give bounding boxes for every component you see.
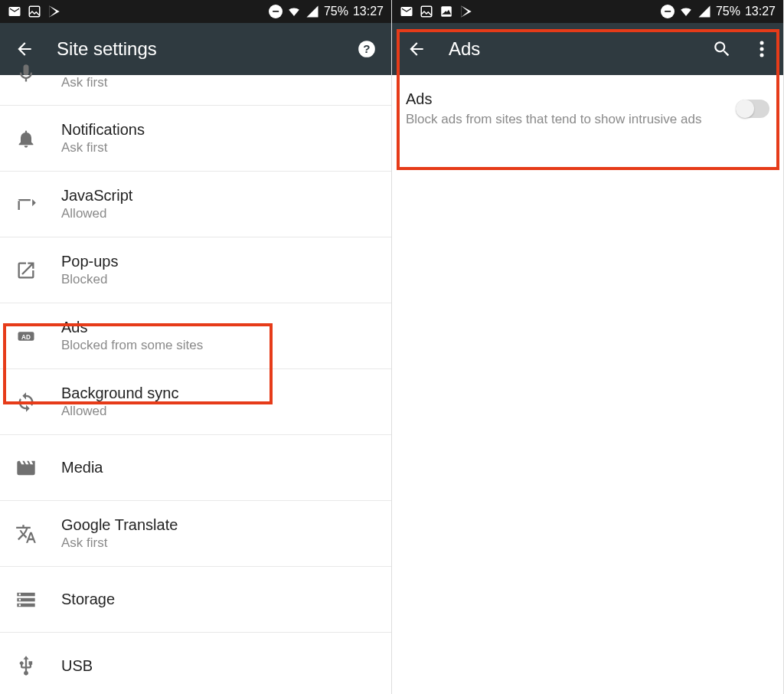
setting-item-background-sync[interactable]: Background sync Allowed (0, 369, 391, 435)
setting-label: Media (61, 459, 103, 476)
picture-icon (439, 5, 453, 18)
status-bar: − 75% 13:27 (0, 0, 391, 23)
clock-text: 13:27 (353, 5, 384, 18)
ads-detail-sub: Block ads from sites that tend to show i… (406, 111, 701, 129)
ads-icon: AD (15, 326, 37, 347)
mic-icon (15, 63, 37, 84)
setting-sub: Blocked (61, 272, 119, 287)
signal-icon (697, 5, 711, 18)
status-icons-right: − 75% 13:27 (661, 5, 776, 18)
svg-rect-0 (29, 6, 40, 17)
setting-sub: Ask first (61, 535, 178, 551)
svg-rect-5 (421, 6, 432, 17)
wifi-icon (287, 5, 301, 18)
status-bar: − 75% 13:27 (392, 0, 783, 23)
media-icon (15, 457, 37, 479)
javascript-icon (15, 194, 37, 215)
app-bar-right: Ads (392, 23, 783, 75)
popup-icon (15, 260, 37, 281)
svg-point-7 (760, 41, 764, 45)
ads-detail-row[interactable]: Ads Block ads from sites that tend to sh… (392, 75, 783, 144)
setting-sub: Blocked from some sites (61, 338, 203, 353)
storage-icon (15, 589, 37, 611)
play-store-icon (47, 5, 61, 18)
setting-sub: Ask first (61, 75, 107, 90)
toggle-knob (736, 100, 754, 118)
page-title: Ads (449, 38, 690, 60)
svg-text:?: ? (363, 42, 370, 55)
back-button[interactable] (14, 38, 35, 60)
settings-list: Ask first Notifications Ask first JavaSc… (0, 75, 391, 694)
setting-label: JavaScript (61, 187, 132, 205)
overflow-menu-button[interactable] (754, 38, 769, 60)
setting-label: USB (61, 657, 93, 675)
clock-text: 13:27 (745, 5, 776, 18)
app-bar-left: Site settings ? (0, 23, 391, 75)
status-icons-right: − 75% 13:27 (269, 5, 384, 18)
ads-toggle[interactable] (736, 100, 769, 118)
setting-label: Notifications (61, 121, 145, 139)
image-icon (420, 5, 433, 18)
setting-sub: Allowed (61, 404, 178, 419)
status-icons-left (400, 5, 473, 18)
setting-label: Background sync (61, 385, 178, 402)
mail-icon (8, 5, 21, 18)
setting-label: Storage (61, 591, 115, 608)
dnd-icon: − (269, 5, 283, 18)
help-button[interactable]: ? (356, 38, 377, 60)
usb-icon (15, 655, 37, 676)
search-button[interactable] (711, 38, 733, 60)
setting-label: Pop-ups (61, 253, 119, 270)
setting-item-google-translate[interactable]: Google Translate Ask first (0, 501, 391, 567)
battery-text: 75% (324, 5, 348, 18)
setting-item-microphone[interactable]: Ask first (0, 75, 391, 106)
setting-label: Google Translate (61, 516, 178, 534)
page-title: Site settings (57, 38, 335, 60)
image-icon (28, 5, 41, 18)
setting-item-ads[interactable]: AD Ads Blocked from some sites (0, 303, 391, 369)
setting-item-storage[interactable]: Storage (0, 567, 391, 633)
wifi-icon (679, 5, 693, 18)
phone-right: − 75% 13:27 Ads Ads Block ads from sites… (392, 0, 784, 694)
battery-text: 75% (716, 5, 740, 18)
setting-item-notifications[interactable]: Notifications Ask first (0, 106, 391, 172)
svg-text:AD: AD (21, 333, 31, 340)
signal-icon (305, 5, 319, 18)
setting-item-media[interactable]: Media (0, 435, 391, 501)
setting-label: Ads (61, 319, 203, 336)
ads-detail-label: Ads (406, 90, 701, 108)
setting-item-usb[interactable]: USB (0, 633, 391, 694)
sync-icon (15, 391, 37, 413)
svg-point-8 (760, 47, 764, 51)
bell-icon (15, 128, 37, 149)
setting-item-popups[interactable]: Pop-ups Blocked (0, 237, 391, 303)
setting-sub: Allowed (61, 206, 132, 221)
phone-left: − 75% 13:27 Site settings ? Ask first No… (0, 0, 392, 694)
dnd-icon: − (661, 5, 675, 18)
play-store-icon (459, 5, 473, 18)
setting-sub: Ask first (61, 140, 145, 155)
status-icons-left (8, 5, 61, 18)
svg-point-9 (760, 54, 764, 57)
setting-item-javascript[interactable]: JavaScript Allowed (0, 172, 391, 237)
back-button[interactable] (406, 38, 427, 60)
translate-icon (15, 523, 37, 545)
mail-icon (400, 5, 413, 18)
